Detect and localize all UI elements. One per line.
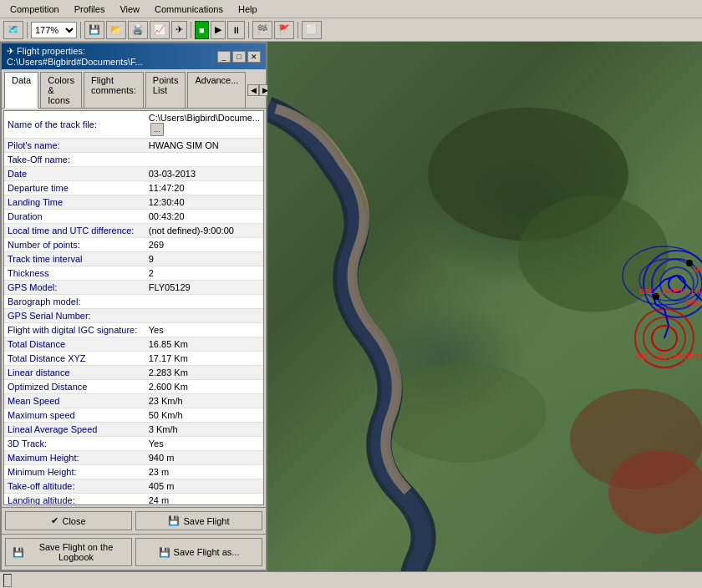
minimize-btn[interactable]: _ [217,51,231,63]
main-container: ✈ Flight properties: C:\Users#Bigbird#Do… [0,42,702,571]
toolbar-track-btn[interactable]: 🏁 [252,21,272,39]
close-button[interactable]: ✔ Close [5,511,132,530]
dialog-title-bar: ✈ Flight properties: C:\Users#Bigbird#Do… [2,43,266,69]
field-label: Landing altitude: [4,494,145,506]
field-label: Landing Time [4,195,145,210]
tabs-container: Data Colors & Icons Flight comments: Poi… [2,69,266,109]
tab-prev-btn[interactable]: ◀ [247,84,259,96]
menu-help[interactable]: Help [231,3,264,16]
table-row: Minimum Height:23 m [4,465,263,479]
table-row: Landing altitude:24 m [4,494,263,506]
separator-5 [298,22,298,38]
table-row: Flight with digital IGC signature:Yes [4,323,263,337]
field-value: 16.85 Km [145,337,263,352]
maximize-btn[interactable]: □ [232,51,246,63]
toolbar-graph-btn[interactable]: 📈 [150,21,170,39]
field-label: Thickness [4,266,145,281]
browse-button[interactable]: ... [150,123,164,136]
field-label: Take-Off name: [4,153,145,167]
field-value: 2.600 Km [145,380,263,394]
table-row: GPS Model:FLY05129 [4,281,263,295]
svg-point-2 [379,362,547,463]
field-label: Number of points: [4,238,145,252]
tab-comments[interactable]: Flight comments: [84,72,144,108]
toolbar-green-btn[interactable]: ■ [195,21,209,39]
field-value: 50 Km/h [145,408,263,423]
field-label: Maximum Height: [4,451,145,465]
table-row: Landing Time12:30:40 [4,195,263,210]
table-row: Maximum Height:940 m [4,451,263,465]
toolbar-flag-btn[interactable]: 🚩 [274,21,294,39]
table-row: Take-Off name: [4,153,263,167]
table-row: Maximum speed50 Km/h [4,408,263,423]
table-row: Optimized Distance2.600 Km [4,380,263,394]
title-buttons: _ □ ✕ [217,51,261,63]
field-value: 2 [145,266,263,281]
field-label: Barograph model: [4,295,145,309]
field-label: GPS Serial Number: [4,309,145,323]
table-row: Local time and UTC difference:(not defin… [4,224,263,238]
separator-4 [248,22,249,38]
toolbar-save-btn[interactable]: 💾 [84,21,104,39]
close-btn[interactable]: ✕ [247,51,261,63]
field-label: Linear distance [4,366,145,380]
menu-communications[interactable]: Communications [148,3,230,16]
separator-2 [80,22,81,38]
table-row: Total Distance16.85 Km [4,337,263,352]
field-value [145,153,263,167]
menu-view[interactable]: View [113,3,146,16]
svg-text:G0L__DAEJL_LANDING: G0L__DAEJL_LANDING [639,287,702,296]
data-table: Name of the track file:C:\Users\Bigbird\… [4,111,263,505]
map-svg: G12__HP RESTA G0L__N-YDONG_B G0L__DAEJL_… [267,42,702,571]
menu-competition[interactable]: Competition [3,3,66,16]
table-row: Thickness2 [4,266,263,281]
field-label: Take-off altitude: [4,479,145,494]
toolbar-pause-btn[interactable]: ⏸ [227,21,245,39]
save-logbook-button[interactable]: 💾 Save Flight on the Logbook [5,538,132,566]
field-value: 03-03-2013 [145,167,263,181]
data-panel[interactable]: Name of the track file:C:\Users\Bigbird\… [3,110,264,505]
table-row: Total Distance XYZ17.17 Km [4,352,263,366]
toolbar-print-btn[interactable]: 🖨️ [128,21,148,39]
field-value: 269 [145,238,263,252]
field-label: Mean Speed [4,394,145,408]
table-row: 3D Track:Yes [4,437,263,451]
field-label: Flight with digital IGC signature: [4,323,145,337]
table-row: Linear distance2.283 Km [4,366,263,380]
toolbar-route-btn[interactable]: ✈ [171,21,187,39]
tab-colors[interactable]: Colors & Icons [40,72,82,108]
field-label: Optimized Distance [4,380,145,394]
tab-data[interactable]: Data [4,72,38,109]
tab-advance[interactable]: Advance... [187,72,246,108]
toolbar-open-btn[interactable]: 📂 [106,21,126,39]
toolbar: 🗺️ 177% 💾 📂 🖨️ 📈 ✈ ■ ▶ ⏸ 🏁 🚩 ⬜ [0,18,702,42]
toolbar-btn-1[interactable]: 🗺️ [3,21,23,39]
table-row: Date03-03-2013 [4,167,263,181]
field-label: Minimum Height: [4,465,145,479]
menu-bar: Competition Profiles View Communications… [0,0,702,18]
save-flight-button[interactable]: 💾 Save Flight [135,511,262,530]
menu-profiles[interactable]: Profiles [68,3,112,16]
dialog-buttons-2: 💾 Save Flight on the Logbook 💾 Save Flig… [2,534,266,570]
save-icon: 💾 [168,515,180,526]
save-as-button[interactable]: 💾 Save Flight as... [135,538,262,566]
field-value [145,309,263,323]
table-row: Lineal Average Speed3 Km/h [4,423,263,437]
toolbar-play-btn[interactable]: ▶ [211,21,226,39]
field-label: Name of the track file: [4,111,145,139]
field-value: 00:43:20 [145,210,263,224]
field-value: 17.17 Km [145,352,263,366]
toolbar-misc-btn[interactable]: ⬜ [302,21,322,39]
svg-text:G0L__N_LANDING: G0L__N_LANDING [685,298,702,307]
field-label: Date [4,167,145,181]
dialog-buttons: ✔ Close 💾 Save Flight [2,507,266,534]
field-value: (not defined)-9:00:00 [145,224,263,238]
logbook-icon: 💾 [13,547,24,558]
field-value: 9 [145,252,263,266]
field-value: C:\Users\Bigbird\Docume...... [145,111,263,139]
tab-points[interactable]: Points List [145,72,186,108]
field-label: Departure time [4,181,145,195]
map-area[interactable]: G12__HP RESTA G0L__N-YDONG_B G0L__DAEJL_… [267,42,702,571]
zoom-select[interactable]: 177% [31,22,77,38]
field-value: FLY05129 [145,281,263,295]
